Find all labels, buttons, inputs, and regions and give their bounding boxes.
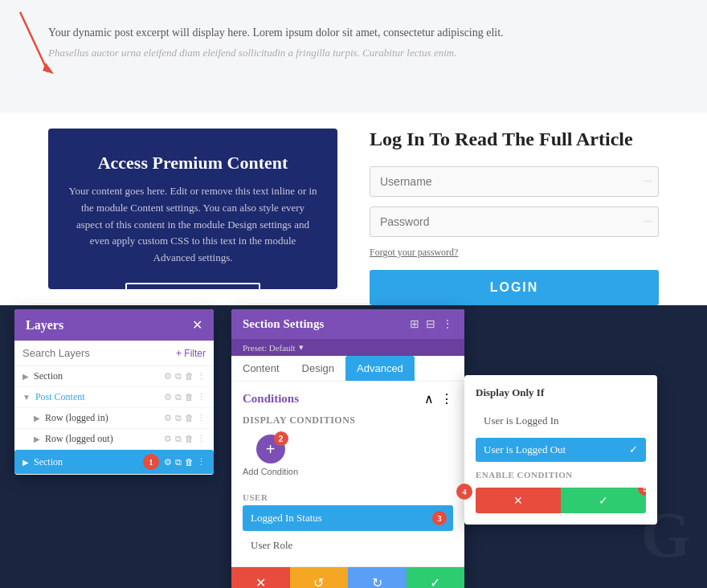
premium-title: Access Premium Content bbox=[68, 153, 317, 174]
header-icons: ⊞ ⊟ ⋮ bbox=[410, 317, 453, 331]
layer-icons: ⚙ ⧉ 🗑 ⋮ bbox=[164, 413, 206, 423]
conditions-header: Conditions ∧ ⋮ bbox=[243, 391, 453, 406]
layer-icons: ⚙ ⧉ 🗑 ⋮ bbox=[164, 392, 206, 402]
logged-in-status-option[interactable]: Logged In Status 3 bbox=[243, 505, 453, 531]
add-condition-circle: + 2 bbox=[256, 435, 285, 463]
gear-icon: ⚙ bbox=[164, 413, 172, 423]
login-title: Log In To Read The Full Article bbox=[370, 129, 659, 150]
layers-title: Layers bbox=[26, 318, 63, 333]
forgot-password-link[interactable]: Forgot your password? bbox=[370, 247, 659, 259]
red-arrow-icon bbox=[12, 8, 60, 80]
list-item[interactable]: ▶ Section 1 ⚙ ⧉ 🗑 ⋮ bbox=[14, 450, 214, 475]
username-input[interactable] bbox=[370, 166, 659, 197]
layers-search-input[interactable] bbox=[22, 347, 170, 359]
middle-section: Access Premium Content Your content goes… bbox=[0, 112, 707, 305]
enable-cancel-button[interactable]: ✕ bbox=[476, 488, 561, 513]
display-only-if-panel: Display Only If User is Logged In User i… bbox=[464, 375, 657, 525]
excerpt-text: Your dynamic post excerpt will display h… bbox=[48, 24, 659, 42]
layer-icons: ⚙ ⧉ 🗑 ⋮ bbox=[164, 434, 206, 444]
login-button[interactable]: LOGIN bbox=[370, 270, 659, 305]
top-content-area: Your dynamic post excerpt will display h… bbox=[0, 0, 707, 112]
add-condition-button[interactable]: + 2 Add Condition bbox=[243, 435, 298, 476]
section-settings-title: Section Settings bbox=[243, 317, 324, 331]
more-icon[interactable]: ⋮ bbox=[442, 317, 453, 331]
tab-advanced[interactable]: Advanced bbox=[345, 356, 415, 381]
layer-label: Section bbox=[34, 370, 159, 382]
add-condition-row: + 2 Add Condition bbox=[243, 435, 453, 486]
section-settings-footer: ✕ ↺ ↻ ✓ bbox=[231, 566, 464, 588]
password-icon: ⋯ bbox=[644, 217, 652, 227]
enable-confirm-button[interactable]: ✓ 5 bbox=[561, 488, 646, 513]
chevron-down-icon: ▼ bbox=[22, 393, 31, 402]
tab-content[interactable]: Content bbox=[231, 356, 291, 381]
user-label: User bbox=[243, 492, 453, 502]
undo-footer-button[interactable]: ↺ bbox=[290, 567, 349, 588]
trash-icon: 🗑 bbox=[185, 413, 194, 423]
user-role-option[interactable]: User Role bbox=[243, 534, 453, 557]
user-logged-out-option[interactable]: User is Logged Out ✓ bbox=[476, 438, 646, 462]
redo-footer-button[interactable]: ↻ bbox=[348, 567, 407, 588]
more-icon[interactable]: ⋮ bbox=[440, 391, 453, 406]
layers-header: Layers ✕ bbox=[14, 309, 214, 341]
step-badge-3: 3 bbox=[432, 511, 447, 525]
section-settings-body: Conditions ∧ ⋮ Display Conditions + 2 Ad… bbox=[231, 382, 464, 566]
more-icon: ⋮ bbox=[197, 413, 206, 423]
section-settings-tabs: Content Design Advanced bbox=[231, 356, 464, 382]
save-footer-button[interactable]: ✓ bbox=[407, 567, 465, 588]
user-section: User Logged In Status 3 User Role bbox=[243, 492, 453, 557]
svg-line-0 bbox=[20, 12, 48, 72]
conditions-icons: ∧ ⋮ bbox=[424, 391, 453, 406]
excerpt-sub: Phasellus auctor urna eleifend diam elei… bbox=[48, 45, 659, 62]
list-item[interactable]: ▶ Section ⚙ ⧉ 🗑 ⋮ bbox=[14, 366, 214, 387]
login-box: Log In To Read The Full Article ⋯ ⋯ Forg… bbox=[370, 129, 659, 289]
layer-label: Row (logged out) bbox=[45, 433, 159, 445]
trash-icon: 🗑 bbox=[185, 434, 194, 444]
expand-icon[interactable]: ⊞ bbox=[410, 317, 419, 331]
premium-body: Your content goes here. Edit or remove t… bbox=[68, 183, 317, 267]
display-only-if-title: Display Only If bbox=[476, 386, 646, 399]
more-icon: ⋮ bbox=[197, 457, 206, 468]
layers-panel: Layers ✕ + Filter ▶ Section ⚙ ⧉ 🗑 ⋮ ▼ Po… bbox=[14, 309, 214, 475]
trash-icon: 🗑 bbox=[185, 392, 194, 402]
cancel-footer-button[interactable]: ✕ bbox=[231, 567, 290, 588]
layer-icons: ⚙ ⧉ 🗑 ⋮ bbox=[164, 371, 206, 382]
layers-close-button[interactable]: ✕ bbox=[192, 317, 202, 333]
preset-label: Preset: Default bbox=[243, 343, 296, 353]
tab-design[interactable]: Design bbox=[291, 356, 345, 381]
layers-filter-button[interactable]: + Filter bbox=[176, 348, 206, 359]
password-input[interactable] bbox=[370, 206, 659, 237]
list-item[interactable]: ▼ Post Content ⚙ ⧉ 🗑 ⋮ bbox=[14, 387, 214, 408]
more-icon: ⋮ bbox=[197, 371, 206, 382]
step-badge-4: 4 bbox=[456, 484, 472, 500]
list-item[interactable]: ▶ Row (logged out) ⚙ ⧉ 🗑 ⋮ bbox=[14, 429, 214, 450]
gear-icon: ⚙ bbox=[164, 434, 172, 444]
checkmark-icon: ✓ bbox=[629, 443, 638, 456]
list-item[interactable]: ▶ Row (logged in) ⚙ ⧉ 🗑 ⋮ bbox=[14, 408, 214, 429]
gear-icon: ⚙ bbox=[164, 392, 172, 402]
chevron-right-icon: ▶ bbox=[22, 458, 29, 467]
preset-arrow-icon[interactable]: ▾ bbox=[299, 342, 304, 353]
preset-bar: Preset: Default ▾ bbox=[231, 339, 464, 356]
trash-icon: 🗑 bbox=[185, 457, 194, 468]
enable-condition-title: Enable Condition bbox=[476, 470, 646, 480]
username-icon: ⋯ bbox=[644, 177, 652, 187]
chevron-right-icon: ▶ bbox=[34, 435, 40, 443]
chevron-up-icon[interactable]: ∧ bbox=[424, 391, 434, 406]
display-conditions-label: Display Conditions bbox=[243, 414, 453, 427]
layer-label: Post Content bbox=[35, 391, 159, 403]
step-badge-2: 2 bbox=[274, 431, 288, 446]
step-badge-5: 5 bbox=[638, 488, 646, 496]
copy-icon: ⧉ bbox=[175, 434, 182, 444]
copy-icon: ⧉ bbox=[175, 392, 182, 402]
user-logged-in-option[interactable]: User is Logged In bbox=[476, 409, 646, 433]
section-settings-panel: Section Settings ⊞ ⊟ ⋮ Preset: Default ▾… bbox=[231, 309, 464, 588]
chevron-right-icon: ▶ bbox=[34, 414, 40, 423]
gear-icon: ⚙ bbox=[164, 457, 172, 468]
columns-icon[interactable]: ⊟ bbox=[426, 317, 435, 331]
username-wrapper: ⋯ bbox=[370, 166, 659, 197]
layer-label: Section bbox=[34, 456, 138, 468]
layer-icons: ⚙ ⧉ 🗑 ⋮ bbox=[164, 457, 206, 468]
add-condition-label: Add Condition bbox=[243, 467, 298, 476]
trash-icon: 🗑 bbox=[185, 371, 194, 382]
step-badge-1: 1 bbox=[143, 454, 159, 470]
